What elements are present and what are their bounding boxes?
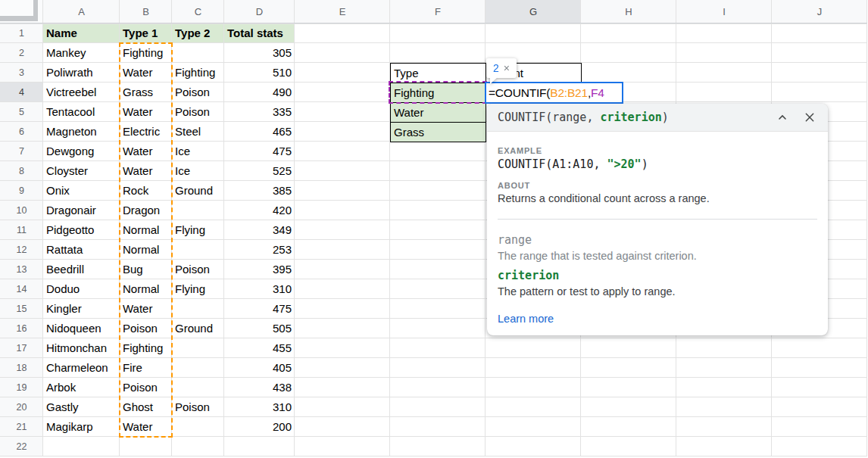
cell-D1[interactable]: Total stats — [224, 23, 295, 43]
cell-B15[interactable]: Water — [120, 299, 172, 319]
cell-B5[interactable]: Water — [120, 102, 172, 122]
row-header-4[interactable]: 4 — [0, 83, 43, 102]
row-header-15[interactable]: 15 — [0, 299, 43, 319]
column-header-E[interactable]: E — [295, 0, 390, 23]
cell-B11[interactable]: Normal — [120, 220, 172, 240]
cell-A17[interactable]: Hitmonchan — [43, 338, 120, 358]
cell-B18[interactable]: Fire — [120, 358, 172, 378]
cell-C1[interactable]: Type 2 — [172, 23, 224, 43]
column-header-B[interactable]: B — [120, 0, 172, 23]
cell-D4[interactable]: 490 — [224, 83, 295, 102]
cell-A7[interactable]: Dewgong — [43, 142, 120, 161]
cell-A21[interactable]: Magikarp — [43, 417, 120, 437]
row-header-22[interactable]: 22 — [0, 437, 43, 456]
cell-B1[interactable]: Type 1 — [120, 23, 172, 43]
column-header-F[interactable]: F — [390, 0, 486, 23]
learn-more-link[interactable]: Learn more — [498, 313, 554, 325]
cell-B4[interactable]: Grass — [120, 83, 172, 102]
cell-A12[interactable]: Rattata — [43, 240, 120, 260]
cell-A11[interactable]: Pidgeotto — [43, 220, 120, 240]
freeze-rows-handle[interactable] — [0, 16, 38, 21]
row-header-18[interactable]: 18 — [0, 358, 43, 378]
cell-D17[interactable]: 455 — [224, 338, 295, 358]
cell-F3[interactable]: Type — [390, 63, 486, 83]
cell-C9[interactable]: Ground — [172, 181, 224, 201]
cell-A20[interactable]: Gastly — [43, 397, 120, 417]
row-header-8[interactable]: 8 — [0, 161, 43, 181]
cell-D5[interactable]: 335 — [224, 102, 295, 122]
cell-B17[interactable]: Fighting — [120, 338, 172, 358]
cell-B2[interactable]: Fighting — [120, 43, 172, 63]
cell-A1[interactable]: Name — [43, 23, 120, 43]
preview-close-icon[interactable]: × — [504, 62, 510, 74]
cell-C5[interactable]: Poison — [172, 102, 224, 122]
row-header-13[interactable]: 13 — [0, 260, 43, 279]
row-header-14[interactable]: 14 — [0, 279, 43, 299]
cell-C13[interactable]: Poison — [172, 260, 224, 279]
collapse-chevron-icon[interactable] — [776, 111, 788, 123]
cell-B21[interactable]: Water — [120, 417, 172, 437]
cell-D13[interactable]: 395 — [224, 260, 295, 279]
cell-A9[interactable]: Onix — [43, 181, 120, 201]
row-header-12[interactable]: 12 — [0, 240, 43, 260]
popup-close-icon[interactable] — [804, 111, 816, 123]
cell-A19[interactable]: Arbok — [43, 378, 120, 397]
cell-D8[interactable]: 525 — [224, 161, 295, 181]
cell-C6[interactable]: Steel — [172, 122, 224, 142]
cell-D9[interactable]: 385 — [224, 181, 295, 201]
cell-A13[interactable]: Beedrill — [43, 260, 120, 279]
cell-D19[interactable]: 438 — [224, 378, 295, 397]
cell-D6[interactable]: 465 — [224, 122, 295, 142]
cell-A18[interactable]: Charmeleon — [43, 358, 120, 378]
cell-B7[interactable]: Water — [120, 142, 172, 161]
row-header-6[interactable]: 6 — [0, 122, 43, 142]
column-header-G[interactable]: G — [486, 0, 581, 23]
row-header-1[interactable]: 1 — [0, 23, 43, 43]
cell-A2[interactable]: Mankey — [43, 43, 120, 63]
cell-B20[interactable]: Ghost — [120, 397, 172, 417]
row-header-19[interactable]: 19 — [0, 378, 43, 397]
cell-D15[interactable]: 475 — [224, 299, 295, 319]
row-header-9[interactable]: 9 — [0, 181, 43, 201]
column-header-J[interactable]: J — [772, 0, 867, 23]
column-header-H[interactable]: H — [581, 0, 676, 23]
cell-A5[interactable]: Tentacool — [43, 102, 120, 122]
cell-D3[interactable]: 510 — [224, 63, 295, 83]
cell-D20[interactable]: 310 — [224, 397, 295, 417]
column-header-D[interactable]: D — [224, 0, 295, 23]
cell-D16[interactable]: 505 — [224, 319, 295, 338]
cell-D12[interactable]: 253 — [224, 240, 295, 260]
row-header-2[interactable]: 2 — [0, 43, 43, 63]
row-header-3[interactable]: 3 — [0, 63, 43, 83]
cell-D2[interactable]: 305 — [224, 43, 295, 63]
cell-A4[interactable]: Victreebel — [43, 83, 120, 102]
cell-C14[interactable]: Flying — [172, 279, 224, 299]
cell-D18[interactable]: 405 — [224, 358, 295, 378]
cell-A15[interactable]: Kingler — [43, 299, 120, 319]
row-header-11[interactable]: 11 — [0, 220, 43, 240]
cell-A16[interactable]: Nidoqueen — [43, 319, 120, 338]
cell-D14[interactable]: 310 — [224, 279, 295, 299]
formula-editor[interactable]: =COUNTIF(B2:B21,F4 — [485, 82, 623, 104]
cell-B8[interactable]: Water — [120, 161, 172, 181]
cell-B13[interactable]: Bug — [120, 260, 172, 279]
cell-D10[interactable]: 420 — [224, 201, 295, 220]
cell-C16[interactable]: Ground — [172, 319, 224, 338]
cell-D7[interactable]: 475 — [224, 142, 295, 161]
column-header-C[interactable]: C — [172, 0, 224, 23]
cell-C8[interactable]: Ice — [172, 161, 224, 181]
cell-B3[interactable]: Water — [120, 63, 172, 83]
cell-A10[interactable]: Dragonair — [43, 201, 120, 220]
cell-A3[interactable]: Poliwrath — [43, 63, 120, 83]
cell-B19[interactable]: Poison — [120, 378, 172, 397]
row-header-20[interactable]: 20 — [0, 397, 43, 417]
row-header-7[interactable]: 7 — [0, 142, 43, 161]
cell-F6[interactable]: Grass — [390, 122, 486, 142]
cell-C4[interactable]: Poison — [172, 83, 224, 102]
cell-D21[interactable]: 200 — [224, 417, 295, 437]
row-header-21[interactable]: 21 — [0, 417, 43, 437]
cell-B6[interactable]: Electric — [120, 122, 172, 142]
row-header-17[interactable]: 17 — [0, 338, 43, 358]
cell-C11[interactable]: Flying — [172, 220, 224, 240]
row-header-16[interactable]: 16 — [0, 319, 43, 338]
